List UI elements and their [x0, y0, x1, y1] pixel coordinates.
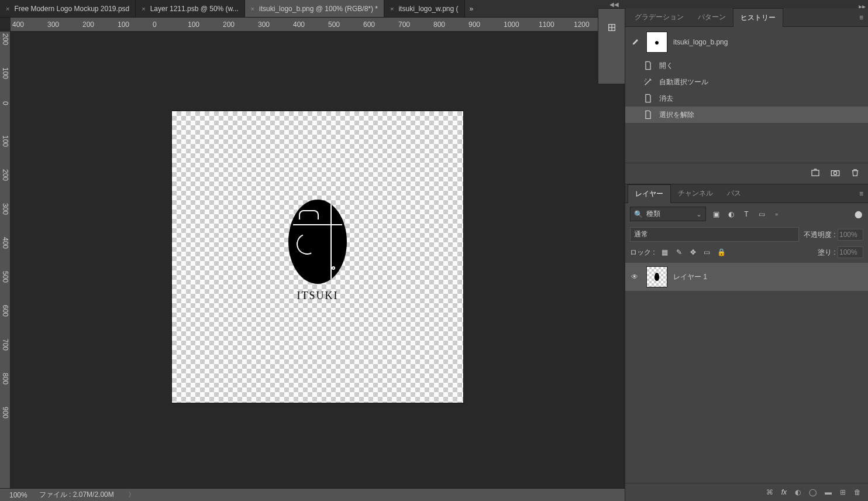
- history-document-name: itsuki_logo_b.png: [673, 38, 728, 46]
- layer-list: 👁 レイヤー 1: [625, 260, 868, 483]
- close-icon[interactable]: ×: [6, 5, 9, 12]
- layer-name[interactable]: レイヤー 1: [673, 272, 707, 282]
- camera-icon[interactable]: [831, 168, 840, 179]
- workarea: 4003002001000100200300400500600700800900…: [0, 18, 625, 488]
- filter-image-icon[interactable]: ▣: [711, 210, 721, 218]
- svg-rect-3: [812, 170, 819, 176]
- ruler-vertical[interactable]: 2001000100200300400500600700800900: [0, 32, 11, 488]
- document-icon: [643, 109, 653, 120]
- adjustment-icon[interactable]: ◯: [809, 488, 817, 496]
- group-icon[interactable]: ▬: [825, 488, 832, 496]
- search-icon: 🔍: [634, 210, 643, 218]
- layer-filter-label: 種類: [646, 209, 660, 219]
- history-item-label: 自動選択ツール: [659, 77, 708, 87]
- layer-row[interactable]: 👁 レイヤー 1: [625, 263, 868, 291]
- fx-icon[interactable]: fx: [781, 488, 787, 496]
- mask-icon[interactable]: ◐: [795, 488, 801, 496]
- document-tab[interactable]: ×Free Modern Logo Mockup 2019.psd: [0, 0, 136, 17]
- blend-opacity-row: 通常 不透明度 :: [625, 225, 868, 244]
- tab-paths[interactable]: パス: [720, 184, 748, 203]
- history-item[interactable]: 開く: [625, 57, 868, 74]
- panel-menu-icon[interactable]: ≡: [855, 13, 868, 22]
- document-tab[interactable]: ×Layer 1211.psb @ 50% (w...: [136, 0, 244, 17]
- opacity-label: 不透明度 :: [804, 231, 836, 239]
- right-panels: グラデーション パターン ヒストリー ≡ ● itsuki_logo_b.png…: [625, 8, 868, 501]
- tab-gradation[interactable]: グラデーション: [628, 8, 691, 27]
- lock-label: ロック :: [630, 248, 655, 258]
- file-size[interactable]: ファイル : 2.07M/2.00M: [39, 490, 114, 500]
- svg-point-5: [833, 171, 836, 174]
- chevron-right-icon[interactable]: 〉: [128, 490, 135, 500]
- filter-toggle-icon[interactable]: ⬤: [853, 210, 863, 218]
- history-footer: [625, 163, 868, 184]
- layer-filter-row: 🔍 種類 ⌄ ▣ ◐ T ▭ ▫ ⬤: [625, 203, 868, 225]
- new-layer-icon[interactable]: ⊞: [840, 488, 846, 496]
- history-item[interactable]: 自動選択ツール: [625, 74, 868, 90]
- filter-type-icon[interactable]: T: [741, 210, 752, 218]
- visibility-icon[interactable]: 👁: [631, 273, 640, 281]
- history-panel: グラデーション パターン ヒストリー ≡ ● itsuki_logo_b.png…: [625, 8, 868, 184]
- history-thumbnail: ●: [646, 32, 667, 53]
- history-document-row[interactable]: ● itsuki_logo_b.png: [625, 27, 868, 57]
- canvas-viewport[interactable]: ITSUKI: [11, 32, 625, 488]
- lock-artboard-icon[interactable]: ▭: [703, 248, 711, 256]
- layers-panel-tabs: レイヤー チャンネル パス ≡: [625, 184, 868, 203]
- close-icon[interactable]: ×: [251, 5, 254, 12]
- document-icon: [643, 60, 653, 71]
- filter-adjust-icon[interactable]: ◐: [726, 210, 736, 218]
- filter-shape-icon[interactable]: ▭: [756, 210, 767, 218]
- new-snapshot-icon[interactable]: [811, 168, 820, 179]
- status-bar: 100% ファイル : 2.07M/2.00M 〉: [0, 488, 625, 501]
- filter-smart-icon[interactable]: ▫: [771, 210, 782, 218]
- layer-thumbnail[interactable]: [646, 266, 667, 287]
- logo-artwork: ITSUKI: [288, 200, 347, 302]
- history-list: 開く 自動選択ツール 消去 選択を解除: [625, 57, 868, 123]
- lock-brush-icon[interactable]: ✎: [675, 248, 683, 256]
- canvas[interactable]: ITSUKI: [172, 111, 463, 403]
- link-icon[interactable]: ⌘: [766, 488, 773, 496]
- history-item-label: 選択を解除: [659, 110, 694, 120]
- history-item-label: 開く: [659, 61, 673, 71]
- close-icon[interactable]: ×: [142, 5, 145, 12]
- document-tab-active[interactable]: ×itsuki_logo_b.png @ 100% (RGB/8*) *: [245, 0, 384, 17]
- panel-icon[interactable]: [606, 22, 618, 33]
- tabs-overflow-icon[interactable]: »: [465, 0, 478, 17]
- layers-panel: レイヤー チャンネル パス ≡ 🔍 種類 ⌄ ▣ ◐ T ▭ ▫ ⬤ 通常 不透…: [625, 184, 868, 501]
- lock-pixels-icon[interactable]: ▦: [661, 248, 669, 256]
- history-brush-icon: [631, 37, 640, 48]
- collapse-panels-icon[interactable]: ◀◀: [606, 0, 622, 9]
- logo-mark: [288, 200, 347, 284]
- logo-text: ITSUKI: [297, 290, 339, 302]
- history-item[interactable]: 消去: [625, 90, 868, 107]
- opacity-input[interactable]: [838, 229, 863, 241]
- lock-row: ロック : ▦ ✎ ✥ ▭ 🔒 塗り :: [625, 244, 868, 260]
- history-item-selected[interactable]: 選択を解除: [625, 107, 868, 123]
- blend-mode-dropdown[interactable]: 通常: [630, 227, 799, 242]
- collapsed-panel-dock[interactable]: [598, 8, 625, 84]
- tab-history[interactable]: ヒストリー: [733, 8, 783, 27]
- layers-footer: ⌘ fx ◐ ◯ ▬ ⊞ 🗑: [625, 483, 868, 501]
- document-icon: [643, 93, 653, 104]
- tab-pattern[interactable]: パターン: [691, 8, 733, 27]
- layer-filter-dropdown[interactable]: 🔍 種類 ⌄: [630, 207, 706, 221]
- document-tab[interactable]: ×itsuki_logo_w.png (: [384, 0, 465, 17]
- ruler-horizontal[interactable]: 4003002001000100200300400500600700800900…: [11, 18, 625, 32]
- magic-wand-icon: [643, 77, 653, 87]
- zoom-value[interactable]: 100%: [9, 491, 27, 499]
- panel-menu-icon[interactable]: ≡: [855, 190, 868, 198]
- tab-layers[interactable]: レイヤー: [628, 184, 671, 203]
- history-panel-tabs: グラデーション パターン ヒストリー ≡: [625, 8, 868, 27]
- chevron-down-icon: ⌄: [696, 210, 702, 218]
- fill-input[interactable]: [838, 246, 863, 258]
- close-icon[interactable]: ×: [390, 5, 394, 12]
- trash-icon[interactable]: [850, 168, 860, 179]
- lock-move-icon[interactable]: ✥: [689, 248, 697, 256]
- tab-channels[interactable]: チャンネル: [671, 184, 720, 203]
- fill-label: 塗り :: [818, 248, 836, 256]
- lock-all-icon[interactable]: 🔒: [717, 248, 725, 256]
- trash-icon[interactable]: 🗑: [854, 488, 861, 496]
- history-item-label: 消去: [659, 94, 673, 104]
